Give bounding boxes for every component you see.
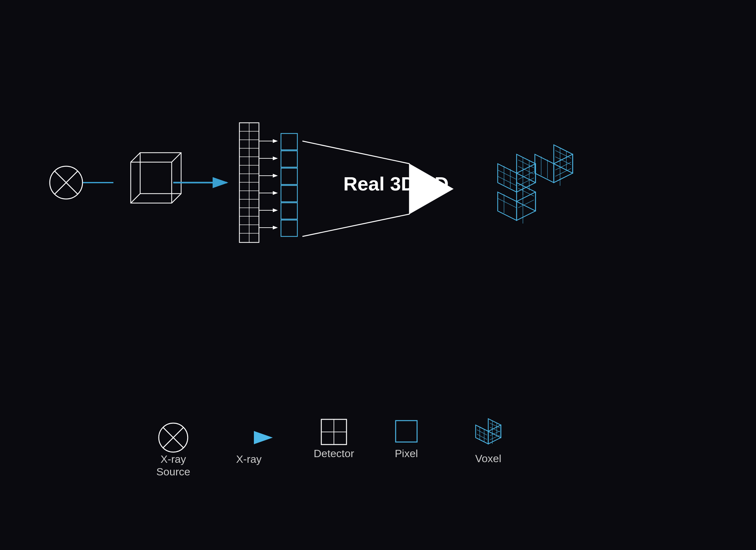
legend-xray: X-ray xyxy=(227,438,271,465)
legend-xray-source: X-ray Source xyxy=(156,423,190,478)
svg-marker-46 xyxy=(535,154,554,183)
detector-grid-main xyxy=(239,123,259,243)
real-3d-hd-label: Real 3D HD xyxy=(343,173,449,195)
pixel-box-4 xyxy=(281,186,297,202)
svg-line-35 xyxy=(518,160,534,168)
svg-line-50 xyxy=(555,151,571,158)
pixel-box-6 xyxy=(281,220,297,237)
pixel-box-2 xyxy=(281,151,297,167)
pixel-box-1 xyxy=(281,134,297,150)
svg-line-5 xyxy=(131,153,140,162)
xray-source-icon xyxy=(50,166,83,199)
legend-voxel-label: Voxel xyxy=(475,452,501,464)
legend-xray-label: X-ray xyxy=(236,453,261,465)
pixel-box-5 xyxy=(281,203,297,219)
cube-object xyxy=(131,153,181,203)
legend-pixel: Pixel xyxy=(395,421,418,459)
svg-line-8 xyxy=(131,194,140,203)
legend-detector-label: Detector xyxy=(314,447,354,459)
legend-xray-source-label2: Source xyxy=(156,466,190,478)
svg-rect-74 xyxy=(396,421,417,442)
pixel-box-3 xyxy=(281,168,297,185)
svg-line-27 xyxy=(302,141,409,164)
legend-xray-source-label: X-ray xyxy=(160,453,186,465)
legend-voxel: Voxel xyxy=(475,419,501,464)
svg-line-7 xyxy=(172,194,181,203)
legend-detector: Detector xyxy=(314,419,354,459)
svg-line-84 xyxy=(477,430,487,435)
svg-line-28 xyxy=(302,214,409,237)
svg-line-6 xyxy=(172,153,181,162)
voxel-cluster-main xyxy=(498,145,573,224)
svg-line-61 xyxy=(518,188,534,196)
legend-pixel-label: Pixel xyxy=(395,447,418,459)
scene: Real 3D HD xyxy=(0,0,756,550)
main-svg: Real 3D HD xyxy=(0,0,756,550)
